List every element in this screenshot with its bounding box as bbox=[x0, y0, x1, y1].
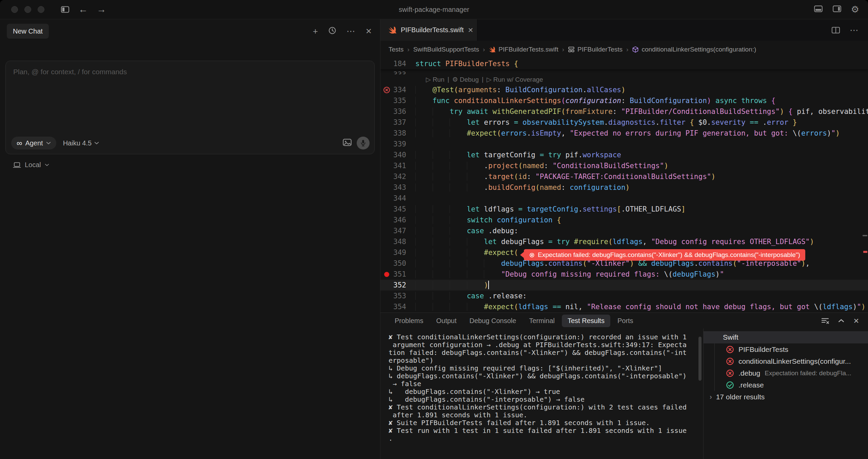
chat-input[interactable]: Plan, @ for context, / for commands ∞ Ag… bbox=[5, 61, 375, 154]
tree-item-pifbuildertests[interactable]: PIFBuilderTests bbox=[704, 343, 868, 355]
code-line-342[interactable]: 342 .target(id: "PACKAGE-TARGET:Conditio… bbox=[380, 171, 868, 182]
agent-mode-dropdown[interactable]: ∞ Agent bbox=[11, 137, 56, 149]
code-text: switch configuration { bbox=[415, 215, 561, 225]
code-editor[interactable]: 184struct PIFBuilderTests {333▷ Run|⚙ De… bbox=[380, 58, 868, 313]
output-scrollbar[interactable] bbox=[698, 337, 702, 381]
token: contains bbox=[698, 259, 733, 267]
line-number: 341 bbox=[393, 160, 415, 171]
chat-history-icon[interactable] bbox=[328, 26, 336, 36]
token: \( bbox=[814, 303, 823, 311]
close-panel-icon[interactable]: ✕ bbox=[853, 317, 859, 324]
code-line-339[interactable]: 339 bbox=[380, 139, 868, 149]
code-line-343[interactable]: 343 .buildConfig(named: configuration) bbox=[380, 182, 868, 193]
code-text: let errors = observabilitySystem.diagnos… bbox=[415, 117, 797, 128]
breadcrumb-item[interactable]: PIFBuilderTests bbox=[568, 46, 623, 53]
code-line-333[interactable]: 333 bbox=[380, 69, 868, 74]
new-chat-label: New Chat bbox=[13, 27, 43, 35]
editor-more-actions-icon[interactable]: ⋯ bbox=[850, 26, 859, 35]
panel-tab-problems[interactable]: Problems bbox=[395, 315, 423, 327]
code-line-341[interactable]: 341 .project(named: "ConditionalBuildSet… bbox=[380, 160, 868, 171]
code-line-344[interactable]: 344 bbox=[380, 193, 868, 204]
breadcrumb-item[interactable]: PIFBuilderTests.swift bbox=[489, 46, 558, 53]
indent-guides bbox=[415, 86, 433, 94]
panel-tab-debug-console[interactable]: Debug Console bbox=[470, 315, 516, 327]
swift-file-icon bbox=[388, 26, 397, 35]
minimize-window-button[interactable] bbox=[24, 6, 31, 13]
new-chat-plus-icon[interactable]: + bbox=[313, 27, 318, 36]
code-line-335[interactable]: 335 func conditionalLinkerSettings(confi… bbox=[380, 95, 868, 106]
code-line-345[interactable]: 345 let ldflags = targetConfig.settings[… bbox=[380, 204, 868, 215]
token: { bbox=[788, 107, 793, 116]
gutter-marker[interactable] bbox=[380, 86, 393, 94]
toggle-secondary-sidebar-icon[interactable] bbox=[832, 5, 842, 14]
code-line-184[interactable]: 184struct PIFBuilderTests { bbox=[380, 58, 868, 69]
toggle-panel-icon[interactable] bbox=[814, 5, 823, 14]
tab-new-chat[interactable]: New Chat bbox=[7, 24, 49, 39]
codelens-run[interactable]: ▷ Run bbox=[426, 76, 445, 83]
tab-close-icon[interactable]: ✕ bbox=[468, 26, 474, 34]
code-line-353[interactable]: 353 case .release: bbox=[380, 291, 868, 301]
code-line-349[interactable]: 349 #expect(⊗Expectation failed: debugFl… bbox=[380, 247, 868, 258]
model-dropdown[interactable]: Haiku 4.5 bbox=[63, 139, 99, 147]
panel-tab-output[interactable]: Output bbox=[436, 315, 456, 327]
maximize-window-button[interactable] bbox=[38, 6, 44, 13]
clear-output-icon[interactable] bbox=[821, 317, 829, 324]
tree-item-older-results[interactable]: ›17 older results bbox=[704, 391, 868, 403]
toggle-sidebar-icon[interactable] bbox=[61, 5, 70, 14]
code-line-347[interactable]: 347 case .debug: bbox=[380, 225, 868, 236]
test-results-output[interactable]: ✘ Test conditionalLinkerSettings(configu… bbox=[380, 328, 703, 459]
breadcrumb-item[interactable]: conditionalLinkerSettings(configuration:… bbox=[632, 46, 756, 53]
code-line-337[interactable]: 337 let errors = observabilitySystem.dia… bbox=[380, 117, 868, 128]
code-line-354[interactable]: 354 #expect(ldflags == nil, "Release con… bbox=[380, 301, 868, 312]
back-icon[interactable]: ← bbox=[78, 5, 88, 14]
token: . bbox=[484, 173, 488, 181]
panel-tab-ports[interactable]: Ports bbox=[617, 315, 633, 327]
token: { bbox=[557, 216, 561, 224]
codelens-debug[interactable]: ⚙ Debug bbox=[452, 76, 479, 83]
tree-item-debug[interactable]: .debugExpectation failed: debugFla... bbox=[704, 367, 868, 379]
attach-image-icon[interactable] bbox=[342, 138, 352, 148]
close-window-button[interactable] bbox=[11, 6, 18, 13]
code-line-348[interactable]: 348 let debugFlags = try #require(ldflag… bbox=[380, 236, 868, 247]
token: named bbox=[522, 162, 544, 170]
code-line-338[interactable]: 338 #expect(errors.isEmpty, "Expected no… bbox=[380, 128, 868, 139]
code-line-350[interactable]: 350 debugFlags.contains("-Xlinker") && d… bbox=[380, 258, 868, 269]
token: ) bbox=[780, 107, 784, 116]
code-line-334[interactable]: 334 @Test(arguments: BuildConfiguration.… bbox=[380, 84, 868, 95]
code-line-352[interactable]: 352 ) bbox=[380, 280, 868, 291]
settings-gear-icon[interactable]: ⚙ bbox=[851, 5, 859, 14]
indent-guides bbox=[415, 227, 467, 235]
token: : bbox=[497, 86, 505, 94]
context-selector-local[interactable]: Local bbox=[13, 161, 49, 169]
code-line-346[interactable]: 346 switch configuration { bbox=[380, 215, 868, 225]
code-text: .buildConfig(named: configuration) bbox=[415, 182, 630, 193]
tree-item-conditionallinkersettingsconfigur[interactable]: conditionalLinkerSettings(configur... bbox=[704, 355, 868, 367]
gutter-marker[interactable] bbox=[380, 272, 393, 277]
codelens-run-w-coverage[interactable]: ▷ Run w/ Coverage bbox=[487, 76, 543, 83]
chat-more-icon[interactable]: ⋯ bbox=[347, 27, 355, 36]
breadcrumb-item[interactable]: Tests bbox=[389, 46, 403, 53]
token: ( bbox=[514, 303, 518, 311]
chat-close-icon[interactable]: ✕ bbox=[366, 27, 372, 35]
panel-tab-terminal[interactable]: Terminal bbox=[529, 315, 555, 327]
voice-input-button[interactable] bbox=[357, 137, 370, 149]
code-line-355[interactable]: 355 } bbox=[380, 312, 868, 313]
output-line: argument configuration → .debug at PIFBu… bbox=[389, 341, 703, 349]
tab-pifbuildertests-swift[interactable]: PIFBuilderTests.swift ✕ bbox=[380, 19, 477, 41]
gutter: 341 bbox=[380, 160, 415, 171]
codelens-actions[interactable]: ▷ Run|⚙ Debug|▷ Run w/ Coverage bbox=[426, 76, 543, 83]
token: , bbox=[578, 303, 587, 311]
breakpoint-icon[interactable] bbox=[384, 272, 389, 277]
code-line-340[interactable]: 340 let targetConfig = try pif.workspace bbox=[380, 149, 868, 160]
maximize-panel-icon[interactable] bbox=[838, 319, 844, 323]
panel-tab-test-results[interactable]: Test Results bbox=[562, 315, 610, 327]
gutter: 333 bbox=[380, 69, 415, 74]
tree-item-release[interactable]: .release bbox=[704, 379, 868, 391]
forward-icon[interactable]: → bbox=[97, 5, 106, 14]
split-editor-icon[interactable] bbox=[831, 26, 840, 34]
code-line-351[interactable]: 351 "Debug config missing required flags… bbox=[380, 269, 868, 280]
breadcrumb-item[interactable]: SwiftBuildSupportTests bbox=[413, 46, 479, 53]
tree-header-swift[interactable]: Swift bbox=[704, 331, 868, 343]
token: } bbox=[788, 118, 797, 126]
code-line-336[interactable]: 336 try await withGeneratedPIF(fromFixtu… bbox=[380, 106, 868, 117]
